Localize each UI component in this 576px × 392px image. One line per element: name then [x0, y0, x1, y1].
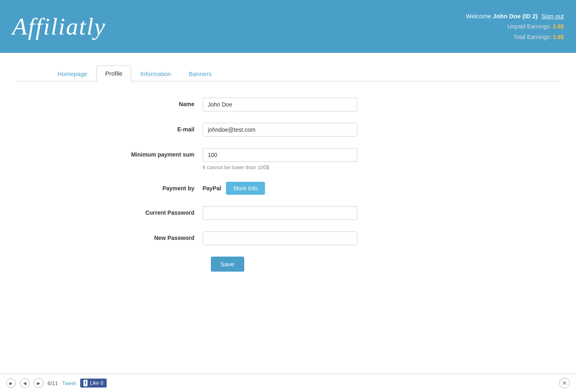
tab-homepage[interactable]: Homepage: [49, 66, 96, 81]
slide-count: 6/11: [48, 380, 58, 386]
new-password-input[interactable]: [203, 231, 357, 245]
min-payment-hint: It cannot be lower than 100$: [203, 164, 357, 170]
save-button[interactable]: Save: [211, 257, 244, 272]
min-payment-label: Minimum payment sum: [121, 148, 203, 158]
user-name: John Doe (ID 2): [493, 13, 538, 20]
unpaid-earnings-line: Unpaid Earnings: 3.9$: [466, 22, 564, 32]
payment-by-field-wrapper: PayPal More Info: [203, 182, 357, 195]
current-password-input[interactable]: [203, 206, 357, 220]
bottom-bar: ▶ ◀ ▶ 6/11 Tweet f Like 0 ✕: [0, 374, 576, 392]
name-input[interactable]: [203, 98, 357, 111]
more-info-button[interactable]: More Info: [226, 182, 265, 195]
like-button[interactable]: f Like 0: [80, 379, 107, 388]
total-earnings-line: Total Earnings: 3.9$: [466, 32, 564, 42]
new-password-field-wrapper: [203, 231, 357, 245]
header: Affiliatly Welcome John Doe (ID 2) Sign …: [0, 0, 576, 53]
name-label: Name: [121, 98, 203, 107]
facebook-icon: f: [83, 380, 88, 386]
current-password-row: Current Password: [121, 206, 471, 220]
new-password-label: New Password: [121, 231, 203, 241]
profile-form: Name E-mail Minimum payment sum It canno…: [105, 98, 471, 272]
unpaid-earnings-value: 3.9$: [553, 23, 564, 30]
welcome-prefix: Welcome: [466, 13, 493, 20]
new-password-row: New Password: [121, 231, 471, 245]
prev-button[interactable]: ◀: [20, 378, 30, 388]
tabs-nav: Homepage Profile Information Banners: [16, 65, 560, 81]
save-row: Save: [121, 257, 471, 272]
payment-method-text: PayPal: [203, 185, 221, 192]
current-password-field-wrapper: [203, 206, 357, 220]
payment-row-inner: PayPal More Info: [203, 182, 357, 195]
unpaid-earnings-label: Unpaid Earnings:: [507, 23, 552, 30]
like-label: Like: [90, 380, 99, 386]
next-button[interactable]: ▶: [34, 378, 44, 388]
min-payment-input[interactable]: [203, 148, 357, 162]
logo: Affiliatly: [12, 13, 106, 41]
main-content: Homepage Profile Information Banners Nam…: [0, 53, 576, 378]
tab-information[interactable]: Information: [132, 66, 180, 81]
tab-profile[interactable]: Profile: [96, 65, 131, 81]
name-row: Name: [121, 98, 471, 111]
tab-banners[interactable]: Banners: [180, 66, 220, 81]
close-bottom-button[interactable]: ✕: [559, 378, 570, 388]
user-info: Welcome John Doe (ID 2) Sign out Unpaid …: [466, 11, 564, 42]
play-button[interactable]: ▶: [6, 378, 16, 388]
signout-link[interactable]: Sign out: [541, 13, 564, 20]
tweet-button[interactable]: Tweet: [62, 380, 76, 386]
email-input[interactable]: [203, 123, 357, 137]
min-payment-field-wrapper: It cannot be lower than 100$: [203, 148, 357, 170]
email-field-wrapper: [203, 123, 357, 137]
payment-by-row: Payment by PayPal More Info: [121, 182, 471, 195]
welcome-line: Welcome John Doe (ID 2) Sign out: [466, 11, 564, 22]
total-earnings-value: 3.9$: [553, 34, 564, 40]
min-payment-row: Minimum payment sum It cannot be lower t…: [121, 148, 471, 170]
payment-by-label: Payment by: [121, 182, 203, 192]
like-count: 0: [101, 380, 103, 386]
name-field-wrapper: [203, 98, 357, 111]
total-earnings-label: Total Earnings:: [513, 34, 553, 40]
current-password-label: Current Password: [121, 206, 203, 216]
email-label: E-mail: [121, 123, 203, 133]
email-row: E-mail: [121, 123, 471, 137]
